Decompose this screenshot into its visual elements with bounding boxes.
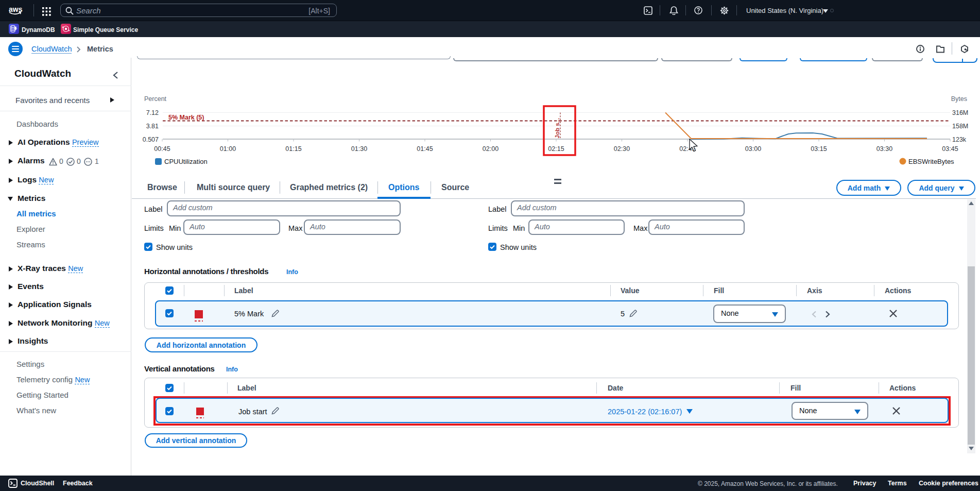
svg-text:0.507: 0.507 (143, 136, 159, 143)
svg-text:7.12: 7.12 (146, 109, 159, 116)
svg-text:316M: 316M (952, 109, 968, 116)
svg-text:EBSWriteBytes: EBSWriteBytes (908, 158, 954, 165)
svg-text:03:30: 03:30 (876, 145, 892, 153)
svg-text:Percent: Percent (144, 95, 167, 103)
svg-text:01:45: 01:45 (417, 145, 433, 153)
svg-text:01:30: 01:30 (351, 145, 367, 153)
svg-text:01:15: 01:15 (285, 145, 301, 153)
svg-text:03:45: 03:45 (942, 145, 958, 153)
svg-text:03:15: 03:15 (811, 145, 827, 153)
svg-text:CPUUtilization: CPUUtilization (164, 158, 208, 165)
svg-text:03:00: 03:00 (745, 145, 761, 153)
svg-text:123k: 123k (952, 136, 967, 143)
svg-text:Bytes: Bytes (951, 95, 967, 103)
svg-text:02:30: 02:30 (614, 145, 630, 153)
svg-text:3.81: 3.81 (146, 123, 159, 130)
svg-text:5% Mark (5): 5% Mark (5) (168, 114, 204, 121)
svg-text:02:15: 02:15 (548, 145, 564, 153)
svg-text:00:45: 00:45 (154, 145, 170, 153)
svg-text:158M: 158M (952, 123, 968, 130)
svg-text:02:00: 02:00 (483, 145, 498, 153)
svg-text:01:00: 01:00 (220, 145, 236, 153)
svg-text:Job s...: Job s... (554, 118, 560, 139)
